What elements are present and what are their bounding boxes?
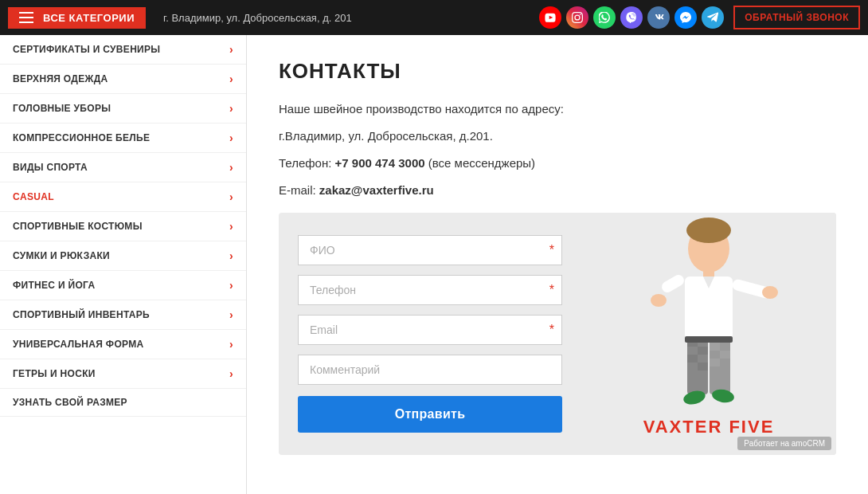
- sidebar-item-golovnye[interactable]: ГОЛОВНЫЕ УБОРЫ ›: [0, 94, 246, 124]
- sidebar-item-label: СПОРТИВНЫЕ КОСТЮМЫ: [13, 221, 143, 232]
- phone-label: Телефон:: [279, 156, 335, 170]
- content-area: КОНТАКТЫ Наше швейное производство наход…: [247, 35, 868, 494]
- sidebar-item-getry[interactable]: ГЕТРЫ И НОСКИ ›: [0, 359, 246, 389]
- hamburger-icon: [19, 12, 33, 23]
- svg-rect-17: [710, 359, 720, 367]
- social-icons-group: [539, 6, 724, 29]
- chevron-icon: ›: [229, 249, 233, 262]
- youtube-icon[interactable]: [539, 6, 561, 29]
- viber-icon[interactable]: [620, 6, 643, 29]
- email-wrapper: *: [298, 315, 562, 345]
- fio-input[interactable]: [298, 235, 562, 265]
- email-link[interactable]: zakaz@vaxterfive.ru: [319, 183, 434, 197]
- menu-button[interactable]: ВСЕ КАТЕГОРИИ: [8, 7, 146, 29]
- contact-address: г.Владимир, ул. Добросельская, д.201.: [279, 127, 836, 146]
- svg-rect-16: [720, 351, 730, 359]
- contact-phone: Телефон: +7 900 474 3000 (все мессенджер…: [279, 154, 836, 173]
- sidebar-item-uznat-razmer[interactable]: УЗНАТЬ СВОЙ РАЗМЕР: [0, 389, 246, 417]
- sidebar-item-universalnaya-forma[interactable]: УНИВЕРСАЛЬНАЯ ФОРМА ›: [0, 330, 246, 359]
- callback-button[interactable]: ОБРАТНЫЙ ЗВОНОК: [733, 6, 860, 29]
- sidebar: СЕРТИФИКАТЫ И СУВЕНИРЫ › ВЕРХНЯЯ ОДЕЖДА …: [0, 35, 247, 494]
- email-label: E-mail:: [279, 183, 319, 197]
- sidebar-item-label: CASUAL: [13, 191, 54, 202]
- header-address: г. Владимир, ул. Добросельская, д. 201: [155, 12, 530, 24]
- sidebar-item-sportivny-inventar[interactable]: СПОРТИВНЫЙ ИНВЕНТАРЬ ›: [0, 300, 246, 330]
- svg-point-7: [651, 294, 667, 307]
- chevron-icon: ›: [229, 73, 233, 85]
- sidebar-item-label: УЗНАТЬ СВОЙ РАЗМЕР: [13, 397, 127, 408]
- submit-button[interactable]: Отправить: [298, 396, 562, 433]
- sidebar-item-sertificaty[interactable]: СЕРТИФИКАТЫ И СУВЕНИРЫ ›: [0, 35, 246, 65]
- vk-icon[interactable]: [647, 6, 670, 29]
- phone-input[interactable]: [298, 275, 562, 305]
- svg-rect-20: [685, 336, 733, 343]
- sidebar-item-sportivnye-kostyumy[interactable]: СПОРТИВНЫЕ КОСТЮМЫ ›: [0, 212, 246, 241]
- chevron-icon: ›: [229, 308, 233, 321]
- sidebar-item-label: СУМКИ И РЮКЗАКИ: [13, 250, 110, 261]
- form-section: * * * Отправить: [279, 213, 581, 455]
- sidebar-item-label: ФИТНЕС И ЙОГА: [13, 280, 95, 291]
- sidebar-item-label: СПОРТИВНЫЙ ИНВЕНТАРЬ: [13, 309, 150, 320]
- chevron-icon: ›: [229, 161, 233, 174]
- sidebar-item-label: КОМПРЕССИОННОЕ БЕЛЬЕ: [13, 132, 150, 143]
- sidebar-item-casual[interactable]: CASUAL ›: [0, 182, 246, 212]
- svg-point-8: [762, 286, 778, 299]
- brand-image-section: VAXTER FIVE Работает на amoCRM: [581, 213, 836, 455]
- required-star-fio: *: [549, 243, 554, 257]
- whatsapp-icon[interactable]: [593, 6, 616, 29]
- email-input[interactable]: [298, 315, 562, 345]
- required-star-phone: *: [549, 283, 554, 297]
- sidebar-item-vidy-sporta[interactable]: ВИДЫ СПОРТА ›: [0, 153, 246, 182]
- sidebar-item-label: ВИДЫ СПОРТА: [13, 162, 88, 173]
- chevron-icon: ›: [229, 102, 233, 115]
- main-layout: СЕРТИФИКАТЫ И СУВЕНИРЫ › ВЕРХНЯЯ ОДЕЖДА …: [0, 35, 868, 494]
- page-title: КОНТАКТЫ: [279, 59, 836, 84]
- chevron-icon: ›: [229, 220, 233, 233]
- person-illustration: [617, 213, 800, 420]
- chevron-icon: ›: [229, 367, 233, 380]
- top-header: ВСЕ КАТЕГОРИИ г. Владимир, ул. Добросель…: [0, 0, 868, 35]
- sidebar-item-sumki[interactable]: СУМКИ И РЮКЗАКИ ›: [0, 241, 246, 271]
- menu-label: ВСЕ КАТЕГОРИИ: [43, 12, 135, 24]
- comment-input[interactable]: [298, 355, 562, 385]
- sidebar-item-label: УНИВЕРСАЛЬНАЯ ФОРМА: [13, 339, 143, 350]
- phone-number: +7 900 474 3000: [335, 156, 425, 170]
- sidebar-item-label: ГЕТРЫ И НОСКИ: [13, 368, 96, 379]
- svg-rect-14: [698, 363, 708, 370]
- sidebar-item-label: ГОЛОВНЫЕ УБОРЫ: [13, 103, 111, 114]
- chevron-icon: ›: [229, 279, 233, 292]
- chevron-icon: ›: [229, 190, 233, 203]
- sidebar-item-kompressionnoe[interactable]: КОМПРЕССИОННОЕ БЕЛЬЕ ›: [0, 124, 246, 153]
- contact-form-wrapper: * * * Отправить: [279, 213, 836, 455]
- amo-crm-badge: Работает на amoCRM: [737, 437, 831, 450]
- contact-email: E-mail: zakaz@vaxterfive.ru: [279, 181, 836, 200]
- svg-point-1: [686, 218, 731, 243]
- required-star-email: *: [549, 323, 554, 337]
- sidebar-item-label: ВЕРХНЯЯ ОДЕЖДА: [13, 73, 108, 84]
- telegram-icon[interactable]: [702, 6, 724, 29]
- phone-wrapper: *: [298, 275, 562, 305]
- svg-rect-5: [660, 272, 686, 294]
- phone-note: (все мессенджеры): [425, 156, 536, 170]
- chevron-icon: ›: [229, 338, 233, 351]
- brand-name: VAXTER FIVE: [643, 417, 775, 437]
- instagram-icon[interactable]: [566, 6, 588, 29]
- comment-wrapper: [298, 355, 562, 385]
- chevron-icon: ›: [229, 43, 233, 56]
- fio-wrapper: *: [298, 235, 562, 265]
- sidebar-item-label: СЕРТИФИКАТЫ И СУВЕНИРЫ: [13, 44, 160, 55]
- sidebar-item-verhnyaya[interactable]: ВЕРХНЯЯ ОДЕЖДА ›: [0, 65, 246, 94]
- sidebar-item-fitnes[interactable]: ФИТНЕС И ЙОГА ›: [0, 271, 246, 300]
- messenger-icon[interactable]: [674, 6, 697, 29]
- svg-rect-15: [710, 343, 720, 351]
- chevron-icon: ›: [229, 131, 233, 144]
- contact-intro: Наше швейное производство находится по а…: [279, 100, 836, 119]
- svg-rect-13: [687, 355, 698, 363]
- svg-rect-12: [698, 347, 708, 355]
